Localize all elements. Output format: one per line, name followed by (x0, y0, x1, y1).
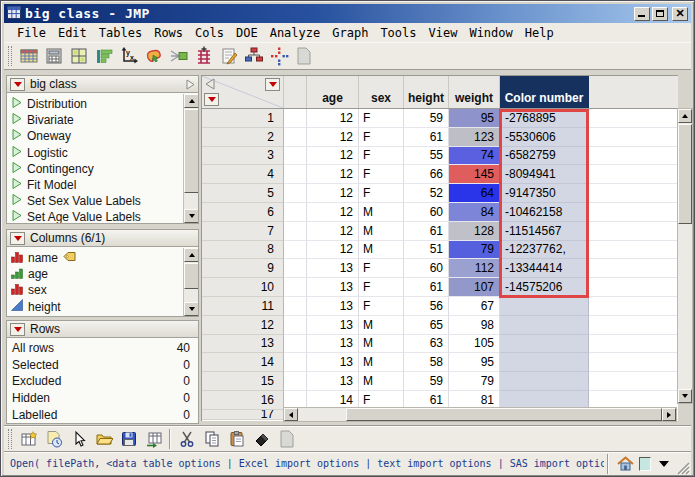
scroll-up-button[interactable] (184, 94, 198, 108)
age-cell[interactable]: 13 (307, 297, 359, 316)
home-icon[interactable] (617, 456, 634, 471)
height-cell[interactable]: 52 (404, 184, 449, 203)
copy-icon[interactable] (199, 427, 224, 451)
row-number-cell[interactable]: 9 (202, 259, 284, 278)
row-number-cell[interactable]: 15 (202, 372, 284, 391)
weight-cell[interactable]: 79 (449, 241, 500, 260)
name-cell[interactable] (284, 241, 307, 260)
bar-chart-icon[interactable] (91, 44, 116, 68)
age-cell[interactable]: 12 (307, 165, 359, 184)
age-cell[interactable]: 13 (307, 353, 359, 372)
scroll-right-button[interactable] (662, 408, 676, 421)
color-number-cell[interactable]: -9147350 (500, 184, 589, 203)
column-header-name[interactable] (284, 76, 307, 108)
name-cell[interactable] (284, 316, 307, 335)
row-number-cell[interactable]: 13 (202, 335, 284, 354)
color-number-cell[interactable]: -5530606 (500, 128, 589, 147)
table-plus-icon[interactable] (191, 44, 216, 68)
menu-item-doe[interactable]: DOE (230, 24, 264, 42)
menu-item-file[interactable]: File (11, 24, 52, 42)
columns-menu-button[interactable] (10, 232, 25, 245)
name-cell[interactable] (284, 184, 307, 203)
height-cell[interactable]: 51 (404, 241, 449, 260)
height-cell[interactable]: 61 (404, 278, 449, 297)
weight-cell[interactable]: 105 (449, 335, 500, 354)
weight-cell[interactable]: 79 (449, 372, 500, 391)
color-number-cell[interactable]: -12237762, (500, 241, 589, 260)
minimize-button[interactable] (634, 7, 650, 21)
color-number-cell[interactable]: -13344414 (500, 259, 589, 278)
brush-blob-icon[interactable] (141, 44, 166, 68)
weight-cell[interactable]: 74 (449, 147, 500, 166)
open-folder-icon[interactable] (91, 427, 116, 451)
menu-item-edit[interactable]: Edit (52, 24, 93, 42)
row-stat-all-rows[interactable]: All rows40 (7, 340, 198, 357)
table-row-8[interactable]: 812M5179-12237762, (202, 241, 678, 260)
row-number-cell[interactable]: 8 (202, 241, 284, 260)
row-number-cell[interactable]: 6 (202, 203, 284, 222)
row-number-cell[interactable]: 14 (202, 353, 284, 372)
scroll-thumb[interactable] (184, 109, 198, 193)
menu-item-view[interactable]: View (423, 24, 464, 42)
weight-cell[interactable]: 67 (449, 297, 500, 316)
row-stat-hidden[interactable]: Hidden0 (7, 390, 198, 407)
weight-cell[interactable]: 107 (449, 278, 500, 297)
height-cell[interactable]: 61 (404, 222, 449, 241)
height-cell[interactable]: 65 (404, 316, 449, 335)
column-item-height[interactable]: height (7, 299, 198, 315)
row-number-cell[interactable]: 11 (202, 297, 284, 316)
weight-cell[interactable]: 98 (449, 316, 500, 335)
scroll-down-button[interactable] (678, 389, 692, 403)
rows-dropdown-button[interactable] (204, 93, 219, 106)
scroll-thumb[interactable] (346, 408, 662, 421)
age-cell[interactable]: 12 (307, 241, 359, 260)
columns-dropdown-button[interactable] (265, 78, 280, 91)
table-corner-cell[interactable] (202, 76, 284, 108)
age-cell[interactable]: 12 (307, 128, 359, 147)
row-number-cell[interactable]: 7 (202, 222, 284, 241)
name-cell[interactable] (284, 203, 307, 222)
scroll-down-button[interactable] (184, 302, 198, 316)
age-cell[interactable]: 13 (307, 259, 359, 278)
weight-cell[interactable]: 145 (449, 165, 500, 184)
menu-item-help[interactable]: Help (519, 24, 560, 42)
color-number-cell[interactable] (500, 372, 589, 391)
name-cell[interactable] (284, 259, 307, 278)
scroll-up-button[interactable] (184, 248, 198, 262)
name-cell[interactable] (284, 353, 307, 372)
resize-grip[interactable] (677, 462, 690, 475)
row-number-cell[interactable]: 5 (202, 184, 284, 203)
disabled-page-icon[interactable] (291, 44, 316, 68)
sex-cell[interactable]: M (359, 203, 404, 222)
color-well[interactable] (639, 457, 651, 471)
sex-cell[interactable]: M (359, 222, 404, 241)
save-icon[interactable] (116, 427, 141, 451)
scatter-matrix-icon[interactable] (266, 44, 291, 68)
color-number-cell[interactable] (500, 297, 589, 316)
row-number-cell[interactable]: 2 (202, 128, 284, 147)
table-row-13[interactable]: 1313M63105 (202, 335, 678, 354)
weight-cell[interactable]: 84 (449, 203, 500, 222)
age-cell[interactable]: 12 (307, 109, 359, 128)
color-number-cell[interactable]: -2768895 (500, 109, 589, 128)
table-row-3[interactable]: 312F5574-6582759 (202, 147, 678, 166)
table-row-5[interactable]: 512F5264-9147350 (202, 184, 678, 203)
menu-item-graph[interactable]: Graph (326, 24, 374, 42)
table-row-12[interactable]: 1213M6598 (202, 316, 678, 335)
table-vertical-scrollbar[interactable] (677, 108, 693, 404)
column-item-sex[interactable]: sex (7, 282, 198, 298)
height-cell[interactable]: 60 (404, 259, 449, 278)
calculator-grid-icon[interactable] (41, 44, 66, 68)
import-table-icon[interactable] (141, 427, 166, 451)
analysis-item-logistic[interactable]: Logistic (7, 145, 198, 161)
sex-cell[interactable]: M (359, 353, 404, 372)
name-cell[interactable] (284, 278, 307, 297)
name-cell[interactable] (284, 372, 307, 391)
toolbar-drag-handle[interactable] (8, 46, 12, 66)
table-row-4[interactable]: 412F66145-8094941 (202, 165, 678, 184)
tree-diagram-icon[interactable] (241, 44, 266, 68)
analysis-item-distribution[interactable]: Distribution (7, 96, 198, 112)
name-cell[interactable] (284, 222, 307, 241)
height-cell[interactable]: 56 (404, 297, 449, 316)
color-number-cell[interactable]: -6582759 (500, 147, 589, 166)
